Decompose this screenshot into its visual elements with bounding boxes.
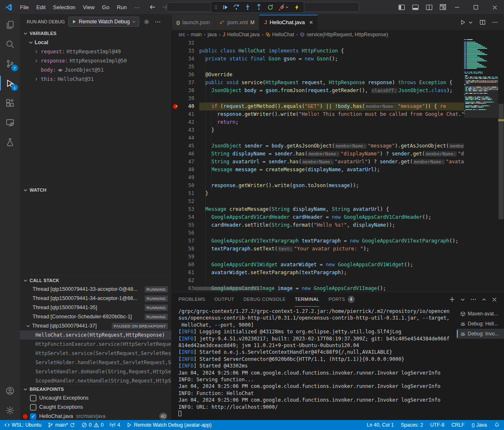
status-crlf[interactable]: CRLF — [451, 422, 464, 428]
line-number[interactable]: 51 — [172, 190, 199, 198]
close-tab-icon[interactable]: ✕ — [309, 20, 313, 25]
toggle-sidebar-icon[interactable] — [398, 4, 405, 11]
line-number[interactable]: 60 — [172, 261, 199, 269]
code-line[interactable]: 43 } — [172, 126, 464, 134]
line-number[interactable]: 40➤ — [172, 102, 199, 110]
breakpoint-checkbox[interactable] — [30, 395, 36, 401]
stack-frame[interactable]: ScopedHandler.nextHandle(String,Request,… — [20, 376, 171, 384]
line-number[interactable]: 61 — [172, 269, 199, 277]
code-line[interactable]: 57 GoogleAppsCardV1TextParagraph textPar… — [172, 237, 464, 245]
terminal-instance[interactable]: Maven-avat... — [456, 309, 504, 319]
close-window-button[interactable] — [485, 0, 504, 15]
step-over-button[interactable] — [231, 2, 241, 12]
line-number[interactable]: 45 — [172, 142, 199, 150]
breakpoint-row[interactable]: Caught Exceptions — [20, 402, 171, 412]
line-number[interactable]: 46 — [172, 150, 199, 158]
line-number[interactable]: 42 — [172, 118, 199, 126]
breakpoint-checkbox[interactable] — [30, 404, 36, 410]
code-line[interactable]: 34 private static final Gson gson = new … — [172, 55, 464, 63]
split-editor-icon[interactable] — [479, 19, 486, 25]
call-stack-header[interactable]: CALL STACK — [20, 275, 171, 285]
line-number[interactable]: 62 — [172, 277, 199, 285]
line-number[interactable]: 54 — [172, 213, 199, 221]
status-main-[interactable]: main* — [48, 422, 75, 428]
minimap-slider[interactable] — [464, 78, 498, 118]
activity-run-and-debug[interactable]: 1 — [0, 73, 20, 93]
code-line[interactable]: 46 String displayName = sender.has(membe… — [172, 150, 464, 158]
go-back-icon[interactable] — [149, 4, 156, 10]
code-line[interactable]: 54 GoogleAppsCardV1CardHeader cardHeader… — [172, 213, 464, 221]
code-line[interactable]: 45 JsonObject sender = body.getAsJsonObj… — [172, 142, 464, 150]
panel-tab-output[interactable]: OUTPUT — [214, 292, 234, 307]
line-number[interactable]: 47 — [172, 158, 199, 166]
breadcrumb-item[interactable]: JHelloChat.java — [223, 32, 260, 38]
activity-settings[interactable] — [0, 400, 20, 420]
debug-settings-gear-icon[interactable] — [143, 19, 150, 25]
sidebar-more-actions-icon[interactable] — [155, 19, 161, 25]
panel-tab-debug-console[interactable]: DEBUG CONSOLE — [243, 292, 286, 307]
code-line[interactable]: 51 } — [172, 190, 464, 198]
code-line[interactable]: 50 response.getWriter().write(gson.toJso… — [172, 182, 464, 190]
code-line[interactable]: 47 String avatarUrl = sender.has(memberN… — [172, 158, 464, 166]
code-line[interactable]: 62 — [172, 277, 464, 285]
line-number[interactable]: 41 — [172, 110, 199, 118]
variables-scope-local[interactable]: Local — [20, 38, 171, 47]
code-line[interactable]: 55 cardHeader.setTitle(String.format("He… — [172, 221, 464, 229]
stack-frame[interactable]: ServletHandler.doHandle(String,Request,H… — [20, 367, 171, 376]
code-line[interactable]: 44 — [172, 134, 464, 142]
code-line[interactable]: 32 — [172, 39, 464, 47]
status-4[interactable]: 4 — [110, 422, 120, 428]
restart-button[interactable] — [265, 2, 275, 12]
line-number[interactable]: 34 — [172, 55, 199, 63]
line-number[interactable]: 32 — [172, 39, 199, 47]
code-line[interactable]: 61 avatarWidget.setTextParagraph(textPar… — [172, 269, 464, 277]
status-ln-40-col-1[interactable]: Ln 40, Col 1 — [367, 422, 394, 428]
menu-run[interactable]: Run — [113, 0, 130, 15]
step-into-button[interactable] — [243, 2, 253, 12]
code-line[interactable]: 38 JsonObject body = gson.fromJson(reque… — [172, 87, 464, 95]
code-line[interactable]: 58 textParagraph.setText(text:"Your avat… — [172, 245, 464, 253]
panel-more-actions-icon[interactable] — [470, 296, 476, 302]
line-number[interactable]: 48 — [172, 166, 199, 174]
maximize-panel-icon[interactable] — [481, 297, 486, 302]
code-line[interactable]: 60 GoogleAppsCardV1Widget avatarWidget =… — [172, 261, 464, 269]
breakpoints-header[interactable]: BREAKPOINTS — [20, 384, 171, 393]
call-stack-thread[interactable]: Thread [qtp1500079441-37]PAUSED ON BREAK… — [20, 321, 171, 330]
tab-launch-json[interactable]: {}launch.json — [172, 15, 215, 30]
new-terminal-icon[interactable] — [449, 296, 455, 302]
line-number[interactable]: 57 — [172, 237, 199, 245]
tab-hellochat-java[interactable]: JHelloChat.java✕ — [259, 15, 318, 30]
stack-frame[interactable]: HttpFunctionExecutor.service(HttpServlet… — [20, 340, 171, 349]
line-number[interactable]: 38 — [172, 87, 199, 95]
line-number[interactable]: 50 — [172, 182, 199, 190]
run-dropdown-icon[interactable] — [468, 20, 473, 25]
status-remote-watch-debug-avatar-app-[interactable]: Remote Watch Debug (avatar-app) — [126, 422, 211, 428]
status-0[interactable]: 00 — [81, 422, 103, 428]
activity-search[interactable] — [0, 34, 20, 54]
stack-frame[interactable]: ServletHolder.handle(Request,ServletRequ… — [20, 358, 171, 367]
status-spaces-2[interactable]: Spaces: 2 — [401, 422, 423, 428]
breadcrumb-item[interactable]: main — [191, 32, 202, 38]
line-number[interactable]: 37 — [172, 79, 199, 87]
line-number[interactable]: 53 — [172, 205, 199, 213]
step-out-button[interactable] — [254, 2, 264, 12]
line-number[interactable]: 58 — [172, 245, 199, 253]
code-editor[interactable]: 3233public class HelloChat implements Ht… — [172, 39, 504, 292]
line-number[interactable]: 52 — [172, 198, 199, 205]
launch-config-dropdown[interactable]: Remote Watch Debug — [68, 17, 140, 27]
variable-row[interactable]: request:HttpRequestImpl@49 — [20, 47, 171, 56]
minimize-button[interactable] — [448, 0, 466, 15]
code-line[interactable]: 42 return; — [172, 118, 464, 126]
maximize-button[interactable] — [466, 0, 485, 15]
continue-button[interactable] — [220, 2, 230, 12]
terminal-instance[interactable]: Debug: Hell... — [456, 319, 504, 329]
line-number[interactable]: 43 — [172, 126, 199, 134]
minimap[interactable] — [464, 39, 498, 292]
variable-row[interactable]: this:HelloChat@31 — [20, 75, 171, 84]
call-stack-thread[interactable]: Thread [qtp1500079441-33-acceptor-0@48..… — [20, 285, 171, 294]
line-number[interactable]: 56 — [172, 229, 199, 237]
status-utf-8[interactable]: UTF-8 — [430, 422, 444, 428]
code-line[interactable]: 59 — [172, 253, 464, 261]
disconnect-button[interactable] — [276, 2, 291, 12]
hot-code-replace-button[interactable] — [292, 2, 302, 12]
